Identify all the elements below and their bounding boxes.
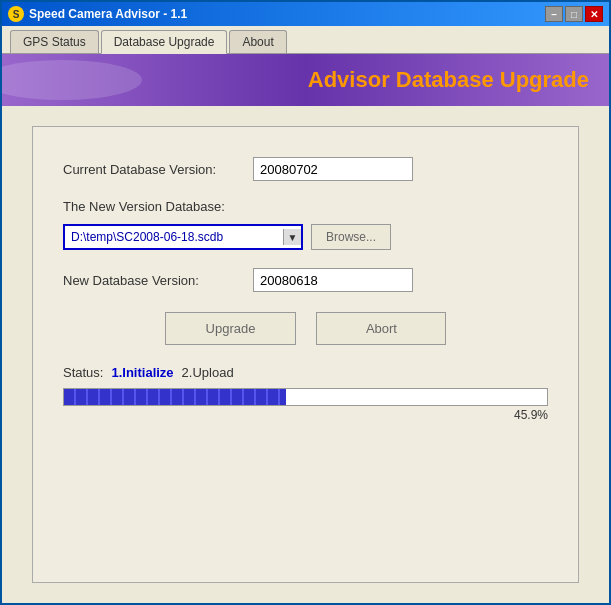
minimize-button[interactable]: – (545, 6, 563, 22)
progress-bar-fill (64, 389, 286, 405)
window-title: Speed Camera Advisor - 1.1 (29, 7, 187, 21)
file-combo[interactable]: D:\temp\SC2008-06-18.scdb ▼ (63, 224, 303, 250)
header-text-plain: Advisor (308, 67, 396, 92)
maximize-button[interactable]: □ (565, 6, 583, 22)
main-window: S Speed Camera Advisor - 1.1 – □ ✕ GPS S… (0, 0, 611, 605)
new-db-input[interactable] (253, 268, 413, 292)
combo-arrow-icon[interactable]: ▼ (283, 229, 301, 245)
close-button[interactable]: ✕ (585, 6, 603, 22)
new-db-row: New Database Version: (63, 268, 548, 292)
tab-database-upgrade[interactable]: Database Upgrade (101, 30, 228, 54)
current-db-row: Current Database Version: (63, 157, 548, 181)
title-bar: S Speed Camera Advisor - 1.1 – □ ✕ (2, 2, 609, 26)
abort-button[interactable]: Abort (316, 312, 446, 345)
progress-label: 45.9% (63, 408, 548, 422)
combo-value: D:\temp\SC2008-06-18.scdb (71, 230, 223, 244)
status-label: Status: (63, 365, 103, 380)
title-bar-left: S Speed Camera Advisor - 1.1 (8, 6, 187, 22)
app-icon: S (8, 6, 24, 22)
header-banner: Advisor Database Upgrade (2, 54, 609, 106)
header-title: Advisor Database Upgrade (308, 67, 589, 93)
header-text-highlight: Database Upgrade (396, 67, 589, 92)
new-db-label: New Database Version: (63, 273, 253, 288)
content-area: Current Database Version: The New Versio… (2, 106, 609, 603)
tab-about[interactable]: About (229, 30, 286, 53)
browse-button[interactable]: Browse... (311, 224, 391, 250)
inner-panel: Current Database Version: The New Versio… (32, 126, 579, 583)
status-section: Status: 1.Initialize 2.Upload 45.9% (63, 365, 548, 422)
combo-row: D:\temp\SC2008-06-18.scdb ▼ Browse... (63, 224, 548, 250)
tab-gps-status[interactable]: GPS Status (10, 30, 99, 53)
current-db-label: Current Database Version: (63, 162, 253, 177)
status-row: Status: 1.Initialize 2.Upload (63, 365, 548, 380)
status-step2: 2.Upload (182, 365, 234, 380)
tabs-bar: GPS Status Database Upgrade About (2, 26, 609, 54)
progress-bar-container (63, 388, 548, 406)
current-db-input[interactable] (253, 157, 413, 181)
status-step1: 1.Initialize (111, 365, 173, 380)
upgrade-button[interactable]: Upgrade (165, 312, 297, 345)
window-controls: – □ ✕ (545, 6, 603, 22)
button-row: Upgrade Abort (63, 312, 548, 345)
new-version-label: The New Version Database: (63, 199, 548, 214)
